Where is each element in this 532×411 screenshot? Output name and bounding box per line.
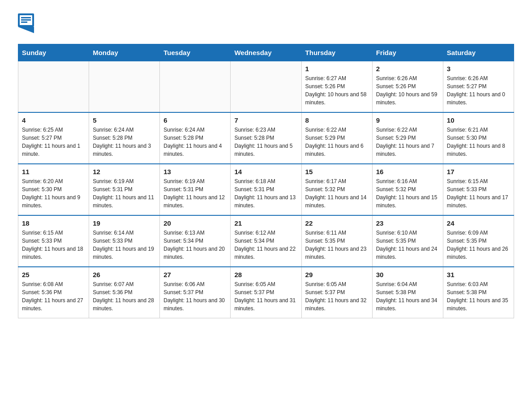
day-cell: 6Sunrise: 6:24 AMSunset: 5:28 PMDaylight… (160, 112, 231, 164)
day-cell (18, 61, 89, 113)
day-cell: 2Sunrise: 6:26 AMSunset: 5:26 PMDaylight… (372, 61, 443, 113)
column-header-tuesday: Tuesday (160, 44, 231, 61)
column-header-friday: Friday (372, 44, 443, 61)
sun-info: Sunrise: 6:15 AMSunset: 5:33 PMDaylight:… (22, 229, 85, 261)
column-header-sunday: Sunday (18, 44, 89, 61)
column-header-wednesday: Wednesday (231, 44, 301, 61)
day-cell: 25Sunrise: 6:08 AMSunset: 5:36 PMDayligh… (18, 267, 89, 318)
day-number: 18 (22, 219, 85, 227)
day-number: 3 (447, 65, 510, 73)
day-cell: 3Sunrise: 6:26 AMSunset: 5:27 PMDaylight… (443, 61, 514, 113)
day-number: 17 (447, 168, 510, 176)
day-number: 7 (234, 116, 297, 124)
sun-info: Sunrise: 6:19 AMSunset: 5:31 PMDaylight:… (93, 177, 156, 210)
day-number: 25 (22, 271, 85, 278)
calendar-header: SundayMondayTuesdayWednesdayThursdayFrid… (18, 44, 514, 61)
sun-info: Sunrise: 6:16 AMSunset: 5:32 PMDaylight:… (376, 177, 439, 210)
day-cell: 19Sunrise: 6:14 AMSunset: 5:33 PMDayligh… (89, 215, 160, 267)
day-number: 24 (447, 219, 510, 227)
sun-info: Sunrise: 6:13 AMSunset: 5:34 PMDaylight:… (163, 229, 227, 261)
day-cell: 26Sunrise: 6:07 AMSunset: 5:36 PMDayligh… (89, 267, 160, 318)
day-cell: 29Sunrise: 6:05 AMSunset: 5:37 PMDayligh… (301, 267, 372, 318)
day-cell: 12Sunrise: 6:19 AMSunset: 5:31 PMDayligh… (89, 164, 160, 215)
sun-info: Sunrise: 6:09 AMSunset: 5:35 PMDaylight:… (447, 229, 510, 261)
day-number: 31 (447, 271, 510, 278)
day-number: 15 (305, 168, 369, 176)
day-number: 21 (234, 219, 297, 227)
sun-info: Sunrise: 6:22 AMSunset: 5:29 PMDaylight:… (376, 126, 439, 158)
day-cell: 28Sunrise: 6:05 AMSunset: 5:37 PMDayligh… (231, 267, 301, 318)
week-row-2: 4Sunrise: 6:25 AMSunset: 5:27 PMDaylight… (18, 112, 514, 164)
sun-info: Sunrise: 6:20 AMSunset: 5:30 PMDaylight:… (22, 177, 85, 210)
day-number: 28 (234, 271, 297, 278)
sun-info: Sunrise: 6:15 AMSunset: 5:33 PMDaylight:… (447, 177, 510, 210)
day-number: 13 (163, 168, 227, 176)
sun-info: Sunrise: 6:11 AMSunset: 5:35 PMDaylight:… (305, 229, 369, 261)
sun-info: Sunrise: 6:08 AMSunset: 5:36 PMDaylight:… (22, 280, 85, 313)
svg-marker-1 (18, 27, 34, 33)
day-number: 29 (305, 271, 369, 278)
day-number: 4 (22, 116, 85, 124)
day-cell: 22Sunrise: 6:11 AMSunset: 5:35 PMDayligh… (301, 215, 372, 267)
sun-info: Sunrise: 6:04 AMSunset: 5:38 PMDaylight:… (376, 280, 439, 313)
day-cell: 13Sunrise: 6:19 AMSunset: 5:31 PMDayligh… (160, 164, 231, 215)
day-cell (89, 61, 160, 113)
day-cell: 24Sunrise: 6:09 AMSunset: 5:35 PMDayligh… (443, 215, 514, 267)
day-number: 20 (163, 219, 227, 227)
column-header-monday: Monday (89, 44, 160, 61)
day-cell: 7Sunrise: 6:23 AMSunset: 5:28 PMDaylight… (231, 112, 301, 164)
day-number: 11 (22, 168, 85, 176)
day-cell: 15Sunrise: 6:17 AMSunset: 5:32 PMDayligh… (301, 164, 372, 215)
week-row-3: 11Sunrise: 6:20 AMSunset: 5:30 PMDayligh… (18, 164, 514, 215)
week-row-5: 25Sunrise: 6:08 AMSunset: 5:36 PMDayligh… (18, 267, 514, 318)
page-header (18, 13, 514, 35)
header-row: SundayMondayTuesdayWednesdayThursdayFrid… (18, 44, 514, 61)
day-cell: 5Sunrise: 6:24 AMSunset: 5:28 PMDaylight… (89, 112, 160, 164)
day-number: 14 (234, 168, 297, 176)
sun-info: Sunrise: 6:26 AMSunset: 5:27 PMDaylight:… (447, 74, 510, 107)
day-number: 19 (93, 219, 156, 227)
logo-graphic (18, 13, 34, 35)
day-cell: 17Sunrise: 6:15 AMSunset: 5:33 PMDayligh… (443, 164, 514, 215)
sun-info: Sunrise: 6:25 AMSunset: 5:27 PMDaylight:… (22, 126, 85, 158)
day-number: 8 (305, 116, 369, 124)
week-row-1: 1Sunrise: 6:27 AMSunset: 5:26 PMDaylight… (18, 61, 514, 113)
day-cell: 11Sunrise: 6:20 AMSunset: 5:30 PMDayligh… (18, 164, 89, 215)
sun-info: Sunrise: 6:10 AMSunset: 5:35 PMDaylight:… (376, 229, 439, 261)
day-cell: 30Sunrise: 6:04 AMSunset: 5:38 PMDayligh… (372, 267, 443, 318)
day-cell: 18Sunrise: 6:15 AMSunset: 5:33 PMDayligh… (18, 215, 89, 267)
day-number: 22 (305, 219, 369, 227)
calendar-table: SundayMondayTuesdayWednesdayThursdayFrid… (18, 44, 514, 318)
sun-info: Sunrise: 6:22 AMSunset: 5:29 PMDaylight:… (305, 126, 369, 158)
svg-rect-4 (21, 19, 31, 21)
sun-info: Sunrise: 6:17 AMSunset: 5:32 PMDaylight:… (305, 177, 369, 210)
day-number: 30 (376, 271, 439, 278)
sun-info: Sunrise: 6:19 AMSunset: 5:31 PMDaylight:… (163, 177, 227, 210)
sun-info: Sunrise: 6:27 AMSunset: 5:26 PMDaylight:… (305, 74, 369, 107)
day-number: 10 (447, 116, 510, 124)
sun-info: Sunrise: 6:21 AMSunset: 5:30 PMDaylight:… (447, 126, 510, 158)
sun-info: Sunrise: 6:05 AMSunset: 5:37 PMDaylight:… (305, 280, 369, 313)
day-number: 9 (376, 116, 439, 124)
svg-rect-3 (21, 17, 31, 18)
day-number: 27 (163, 271, 227, 278)
column-header-thursday: Thursday (301, 44, 372, 61)
day-number: 2 (376, 65, 439, 73)
day-cell (160, 61, 231, 113)
svg-rect-5 (21, 21, 27, 23)
day-number: 1 (305, 65, 369, 73)
day-cell: 31Sunrise: 6:03 AMSunset: 5:38 PMDayligh… (443, 267, 514, 318)
day-cell: 8Sunrise: 6:22 AMSunset: 5:29 PMDaylight… (301, 112, 372, 164)
day-cell: 27Sunrise: 6:06 AMSunset: 5:37 PMDayligh… (160, 267, 231, 318)
sun-info: Sunrise: 6:03 AMSunset: 5:38 PMDaylight:… (447, 280, 510, 313)
day-cell: 10Sunrise: 6:21 AMSunset: 5:30 PMDayligh… (443, 112, 514, 164)
day-number: 23 (376, 219, 439, 227)
day-cell (231, 61, 301, 113)
sun-info: Sunrise: 6:23 AMSunset: 5:28 PMDaylight:… (234, 126, 297, 158)
sun-info: Sunrise: 6:24 AMSunset: 5:28 PMDaylight:… (163, 126, 227, 158)
sun-info: Sunrise: 6:26 AMSunset: 5:26 PMDaylight:… (376, 74, 439, 107)
day-number: 16 (376, 168, 439, 176)
day-cell: 21Sunrise: 6:12 AMSunset: 5:34 PMDayligh… (231, 215, 301, 267)
day-cell: 4Sunrise: 6:25 AMSunset: 5:27 PMDaylight… (18, 112, 89, 164)
sun-info: Sunrise: 6:07 AMSunset: 5:36 PMDaylight:… (93, 280, 156, 313)
